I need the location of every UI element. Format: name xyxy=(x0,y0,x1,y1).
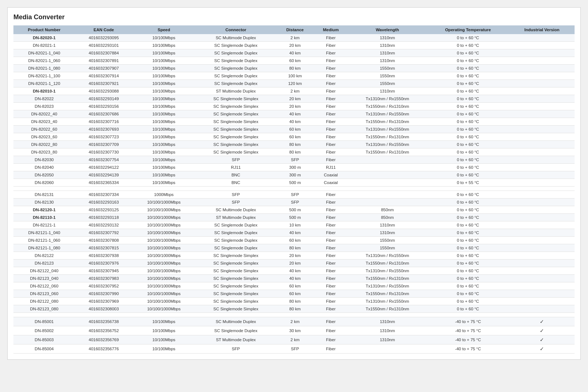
table-cell xyxy=(348,164,427,171)
table-cell: 10/100Mbps xyxy=(132,95,195,103)
table-cell: DN-82020-1 xyxy=(13,34,75,42)
table-row: DN-82060401603236533410/100MbpsBNC500 mC… xyxy=(13,179,575,187)
table-row: DN-85001401603235673810/100MbpsSC Multim… xyxy=(13,317,575,326)
table-cell: DN-82131 xyxy=(13,191,75,199)
table-cell: -40 to + 75 °C xyxy=(427,326,510,335)
table-cell: 10/100Mbps xyxy=(132,344,195,354)
table-cell: 1310nm xyxy=(348,317,427,326)
table-cell: 10/100Mbps xyxy=(132,80,195,87)
table-cell: BNC xyxy=(195,171,277,179)
table-cell: 10/100Mbps xyxy=(132,49,195,57)
table-row: DN-85003401603235676910/100MbpsST Multim… xyxy=(13,335,575,344)
table-cell: SC Singlemode Simplex xyxy=(195,260,277,267)
table-row: DN-82010-1401603229308810/100MbpsST Mult… xyxy=(13,87,575,95)
table-cell: SC Multimode Duplex xyxy=(195,34,277,42)
table-cell: 10/100/1000Mbps xyxy=(132,214,195,221)
main-container: Media Converter Product Number EAN Code … xyxy=(7,7,581,360)
table-cell: DN-82123_060 xyxy=(13,290,75,298)
table-cell: 4016032293149 xyxy=(75,95,133,103)
table-cell: 4016032307723 xyxy=(75,133,133,141)
table-cell: 40 km xyxy=(277,49,314,57)
table-cell: DN-82120-1 xyxy=(13,206,75,214)
table-cell: Fiber xyxy=(314,103,348,110)
table-cell: SC Singlemode Simplex xyxy=(195,267,277,275)
table-cell: 0 to + 60 °C xyxy=(427,229,510,237)
table-cell: Fiber xyxy=(314,34,348,42)
table-row: DN-82123401603230797610/100/1000MbpsSC S… xyxy=(13,260,575,267)
table-cell: 4016032293088 xyxy=(75,87,133,95)
table-cell: 60 km xyxy=(277,126,314,133)
table-cell: 0 to + 60 °C xyxy=(427,199,510,206)
table-cell: 500 m xyxy=(277,179,314,187)
table-cell: 4016032307983 xyxy=(75,275,133,282)
table-cell: 80 km xyxy=(277,305,314,313)
table-cell: Tx1550nm / Rx1310nm xyxy=(348,133,427,141)
table-cell: -40 to + 75 °C xyxy=(427,344,510,354)
table-cell: SC Singlemode Simplex xyxy=(195,95,277,103)
table-cell: DN-82050 xyxy=(13,171,75,179)
table-cell: SC Singlemode Simplex xyxy=(195,103,277,110)
table-cell: 0 to + 60 °C xyxy=(427,221,510,229)
table-cell: ST Multimode Duplex xyxy=(195,214,277,221)
table-cell: SC Singlemode Duplex xyxy=(195,80,277,87)
table-cell: Fiber xyxy=(314,191,348,199)
table-cell: 10/100Mbps xyxy=(132,126,195,133)
table-cell: 1310nm xyxy=(348,42,427,49)
table-cell: DN-82023_40 xyxy=(13,118,75,126)
table-cell: 0 to + 55 °C xyxy=(427,179,510,187)
table-cell xyxy=(509,275,575,282)
table-cell: Fiber xyxy=(314,252,348,260)
col-header-connector: Connector xyxy=(195,25,277,34)
table-cell: 4016032307709 xyxy=(75,141,133,148)
table-cell: 30 km xyxy=(277,326,314,335)
table-cell: SC Singlemode Simplex xyxy=(195,110,277,118)
table-row: DN-85002401603235675210/100MbpsSC Single… xyxy=(13,326,575,335)
table-cell: DN-82121-1_080 xyxy=(13,244,75,252)
table-cell: Fiber xyxy=(314,80,348,87)
table-row: DN-82130401603229316310/100/1000MbpsSFPS… xyxy=(13,199,575,206)
table-cell xyxy=(348,179,427,187)
table-cell: 4016032307921 xyxy=(75,80,133,87)
table-cell: 10/100/1000Mbps xyxy=(132,282,195,290)
table-cell xyxy=(509,95,575,103)
table-cell: DN-82060 xyxy=(13,179,75,187)
table-cell: DN-82030 xyxy=(13,156,75,164)
table-cell xyxy=(509,133,575,141)
table-cell xyxy=(509,305,575,313)
col-header-wavelength: Wavelength xyxy=(348,25,427,34)
table-cell: 20 km xyxy=(277,260,314,267)
table-cell: 4016032293118 xyxy=(75,214,133,221)
table-cell: 10/100Mbps xyxy=(132,87,195,95)
table-cell xyxy=(509,179,575,187)
table-cell: 0 to + 60 °C xyxy=(427,118,510,126)
table-cell: 1000Mbps xyxy=(132,191,195,199)
table-cell: 4016032307884 xyxy=(75,49,133,57)
table-cell: SC Singlemode Duplex xyxy=(195,229,277,237)
table-cell xyxy=(509,252,575,260)
table-row: DN-82020-1401603229309510/100MbpsSC Mult… xyxy=(13,34,575,42)
table-cell: Fiber xyxy=(314,49,348,57)
table-cell: 0 to + 60 °C xyxy=(427,126,510,133)
table-cell xyxy=(509,80,575,87)
table-cell: 0 to + 60 °C xyxy=(427,72,510,80)
table-cell: 0 to + 60 °C xyxy=(427,42,510,49)
table-cell: 4016032293101 xyxy=(75,42,133,49)
table-cell: Fiber xyxy=(314,244,348,252)
table-cell: Tx1550nm / Rx1310nm xyxy=(348,305,427,313)
table-cell: Tx1310nm / Rx1550nm xyxy=(348,110,427,118)
table-cell: 10/100/1000Mbps xyxy=(132,221,195,229)
table-cell: 10/100/1000Mbps xyxy=(132,298,195,305)
table-cell: 0 to + 60 °C xyxy=(427,171,510,179)
table-row: DN-82021-1_080401603230790710/100MbpsSC … xyxy=(13,65,575,72)
table-cell: Fiber xyxy=(314,141,348,148)
table-cell: DN-82010-1 xyxy=(13,87,75,95)
table-cell: SC Singlemode Simplex xyxy=(195,141,277,148)
table-cell: 0 to + 60 °C xyxy=(427,206,510,214)
table-cell: Fiber xyxy=(314,206,348,214)
table-cell: 4016032356738 xyxy=(75,317,133,326)
table-cell: 4016032307815 xyxy=(75,244,133,252)
table-cell: Coaxial xyxy=(314,179,348,187)
table-cell: 0 to + 60 °C xyxy=(427,87,510,95)
table-cell: 40 km xyxy=(277,229,314,237)
table-cell: 10/100Mbps xyxy=(132,110,195,118)
